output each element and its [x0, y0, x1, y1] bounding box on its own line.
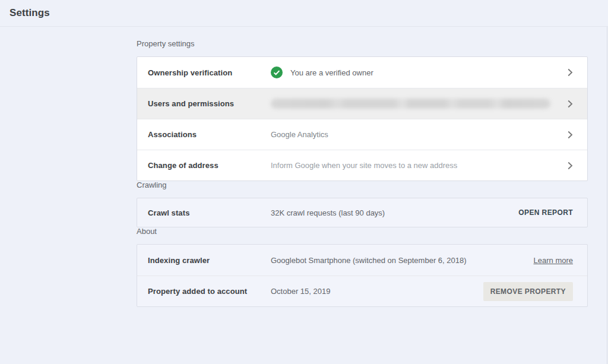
row-users-and-permissions[interactable]: Users and permissions — [137, 88, 587, 119]
row-label: Associations — [148, 130, 271, 139]
verified-check-icon — [271, 67, 283, 78]
page-header: Settings — [0, 0, 608, 27]
row-value-text: Googlebot Smartphone (switched on Septem… — [271, 256, 534, 265]
row-value-text: Google Analytics — [271, 130, 558, 139]
row-change-of-address[interactable]: Change of address Inform Google when you… — [137, 150, 587, 181]
settings-content: Property settings Ownership verification… — [137, 27, 588, 307]
row-value-text: You are a verified owner — [290, 68, 373, 77]
chevron-right-icon — [567, 100, 573, 108]
remove-property-button[interactable]: REMOVE PROPERTY — [483, 282, 573, 301]
chevron-right-icon — [567, 68, 573, 77]
chevron-right-icon — [567, 131, 573, 139]
row-crawl-stats: Crawl stats 32K crawl requests (last 90 … — [137, 198, 587, 227]
row-associations[interactable]: Associations Google Analytics — [137, 119, 587, 150]
section-label-crawling: Crawling — [137, 181, 588, 189]
about-card: Indexing crawler Googlebot Smartphone (s… — [137, 244, 588, 307]
row-label: Users and permissions — [148, 99, 271, 108]
row-label: Change of address — [148, 161, 271, 170]
learn-more-link[interactable]: Learn more — [534, 256, 573, 265]
row-label: Indexing crawler — [148, 256, 271, 265]
row-label: Ownership verification — [148, 68, 271, 77]
property-settings-card: Ownership verification You are a verifie… — [137, 56, 588, 181]
chevron-right-icon — [567, 162, 573, 170]
page-title: Settings — [10, 7, 50, 19]
section-label-about: About — [137, 227, 588, 236]
row-ownership-verification[interactable]: Ownership verification You are a verifie… — [137, 57, 587, 88]
row-value-text: October 15, 2019 — [271, 287, 483, 296]
section-label-property-settings: Property settings — [137, 40, 588, 48]
redacted-content — [271, 99, 550, 109]
row-value-text: 32K crawl requests (last 90 days) — [271, 208, 518, 217]
row-label: Crawl stats — [148, 208, 271, 217]
crawling-card: Crawl stats 32K crawl requests (last 90 … — [137, 198, 588, 227]
right-edge-divider — [607, 27, 607, 364]
row-indexing-crawler: Indexing crawler Googlebot Smartphone (s… — [137, 245, 587, 276]
row-label: Property added to account — [148, 287, 271, 296]
open-report-button[interactable]: OPEN REPORT — [518, 208, 573, 217]
row-property-added: Property added to account October 15, 20… — [137, 276, 587, 306]
row-value-text: Inform Google when your site moves to a … — [271, 161, 558, 170]
